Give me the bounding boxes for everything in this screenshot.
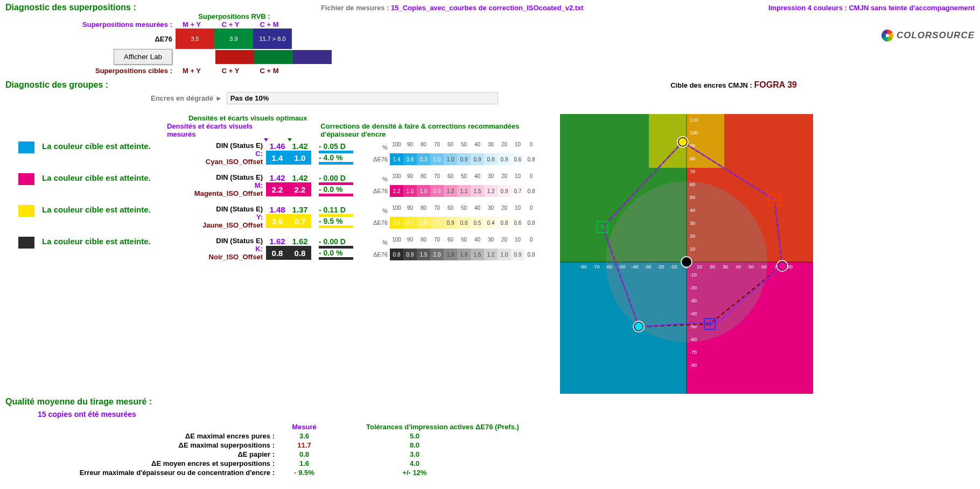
rvb-title: Superpositions RVB :: [129, 12, 339, 20]
pct-c-3: - 0.0 %: [319, 249, 353, 257]
q-label-2: ΔE papier :: [5, 450, 280, 458]
ink-letter-0: C:: [171, 150, 263, 158]
din-c-3: - 0.00 D: [319, 237, 353, 246]
q-label-0: ΔE maximal encres pures :: [5, 432, 280, 440]
svg-text:70: 70: [690, 169, 695, 174]
svg-text:-20: -20: [690, 285, 697, 290]
step-dropdown[interactable]: Pas de 10%: [227, 92, 498, 104]
svg-text:50: 50: [748, 264, 754, 270]
ink-name-3: Noir_ISO_Offset: [171, 253, 263, 261]
svg-text:-40: -40: [631, 264, 638, 270]
ink-letter-3: K:: [171, 245, 263, 253]
colorsource-logo-icon: [880, 29, 894, 42]
ink-name-0: Cyan_ISO_Offset: [171, 158, 263, 166]
din-c-1: - 0.00 D: [319, 174, 353, 182]
pct-o-0: 1.0: [289, 153, 311, 162]
quality-title: Qualité moyenne du tirage mesuré :: [5, 397, 975, 407]
ink-status-0: La couleur cible est atteinte.: [42, 141, 171, 151]
pct-c-2: - 9.5 %: [319, 217, 353, 225]
pct-o-2: 0.7: [289, 217, 311, 226]
op-cm-tgt: [293, 50, 332, 64]
din-o-2: 1.37: [289, 205, 311, 214]
ink-status-1: La couleur cible est atteinte.: [42, 173, 171, 182]
op-cy-meas: 3.9: [214, 29, 253, 49]
svg-text:-70: -70: [592, 264, 599, 270]
svg-text:30: 30: [723, 264, 728, 270]
op-cy-tgt: [254, 50, 293, 64]
svg-text:-70: -70: [690, 350, 697, 355]
op-my-meas: 3.5: [176, 29, 214, 49]
pct-m-0: 1.4: [266, 153, 289, 162]
col-measured: Mesuré: [280, 423, 328, 431]
svg-point-50: [778, 261, 787, 270]
svg-text:-30: -30: [690, 298, 697, 303]
q-tol-2: 3.0: [382, 450, 447, 458]
q-meas-4: - 9.5%: [280, 469, 328, 477]
col-cm: C + M: [250, 20, 289, 29]
din-m-2: 1.48: [266, 205, 289, 214]
corrections-title: Corrections de densité à faire & correct…: [320, 122, 555, 138]
din-label-2: DIN (Status E): [171, 205, 263, 213]
q-label-1: ΔE maximal superpositions :: [5, 441, 280, 449]
svg-text:-80: -80: [690, 363, 697, 368]
target-overprints-label: Superpositions cibles :: [5, 67, 172, 75]
pct-c-1: - 0.0 %: [319, 185, 353, 194]
svg-text:110: 110: [690, 117, 698, 123]
din-o-3: 1.62: [289, 237, 311, 246]
ink-letter-1: M:: [171, 181, 263, 189]
svg-point-48: [634, 322, 643, 331]
overprint-diagnostic-title: Diagnostic des superpositions :: [5, 3, 136, 12]
svg-point-0: [886, 34, 889, 37]
din-label-1: DIN (Status E): [171, 173, 263, 181]
svg-text:-50: -50: [618, 264, 625, 270]
q-tol-1: 8.0: [382, 441, 447, 449]
q-meas-3: 1.6: [280, 459, 328, 467]
pct-m-1: 2.2: [266, 185, 289, 194]
ink-name-1: Magenta_ISO_Offset: [171, 189, 263, 197]
afficher-lab-button[interactable]: Afficher Lab: [114, 49, 172, 65]
svg-text:-60: -60: [605, 264, 612, 270]
svg-text:-20: -20: [657, 264, 664, 270]
svg-point-54: [682, 258, 691, 266]
svg-text:20: 20: [690, 233, 695, 239]
q-label-4: Erreur maximale d'épaisseur ou de concen…: [5, 469, 280, 477]
pct-o-1: 2.2: [289, 185, 311, 194]
brand-text: COLORSOURCE: [897, 30, 975, 41]
svg-text:-60: -60: [690, 337, 697, 342]
impression-mode: Impression 4 couleurs : CMJN sans teinte…: [768, 4, 975, 12]
svg-text:80: 80: [690, 156, 695, 161]
q-meas-2: 0.8: [280, 450, 328, 458]
tgt-col-my: M + Y: [172, 67, 211, 75]
pct-o-3: 0.8: [289, 249, 311, 258]
svg-text:-10: -10: [690, 272, 697, 278]
svg-text:30: 30: [690, 221, 695, 226]
col-cy: C + Y: [211, 20, 250, 29]
svg-text:100: 100: [690, 130, 698, 136]
din-m-1: 1.42: [266, 173, 289, 182]
svg-text:60: 60: [690, 182, 695, 187]
svg-text:10: 10: [697, 264, 702, 270]
svg-text:10: 10: [690, 246, 695, 252]
ink-swatch-1: [18, 173, 34, 185]
tgt-col-cy: C + Y: [211, 67, 250, 75]
optimal-title: Densités et écarts visuels optimaux: [188, 114, 555, 122]
groups-title: Diagnostic des groupes :: [5, 80, 108, 90]
cmyk-target-value: FOGRA 39: [754, 80, 797, 89]
col-tolerances: Tolérances d'impression actives ΔE76 (Pr…: [366, 423, 519, 431]
svg-text:80: 80: [787, 264, 793, 270]
ink-swatch-3: [18, 237, 34, 249]
pct-m-3: 0.8: [266, 249, 289, 258]
measured-overprints-label: Superpositions mesurées :: [5, 20, 172, 29]
din-label-3: DIN (Status E): [171, 237, 263, 245]
op-cm-meas: 11.7 > 8.0: [253, 29, 292, 49]
q-label-3: ΔE moyen encres et superpositions :: [5, 459, 280, 467]
din-o-0: 1.42: [289, 141, 311, 151]
ink-status-2: La couleur cible est atteinte.: [42, 205, 171, 214]
pct-m-2: 3.6: [266, 217, 289, 226]
svg-text:-80: -80: [579, 264, 586, 270]
de76-label: ΔE76: [5, 35, 176, 43]
din-m-3: 1.62: [266, 237, 289, 246]
copies-measured: 15 copies ont été mesurées: [38, 410, 975, 419]
file-name: 15_Copies_avec_courbes de correction_ISO…: [391, 4, 584, 12]
cmyk-target-label: Cible des encres CMJN :: [670, 81, 752, 89]
